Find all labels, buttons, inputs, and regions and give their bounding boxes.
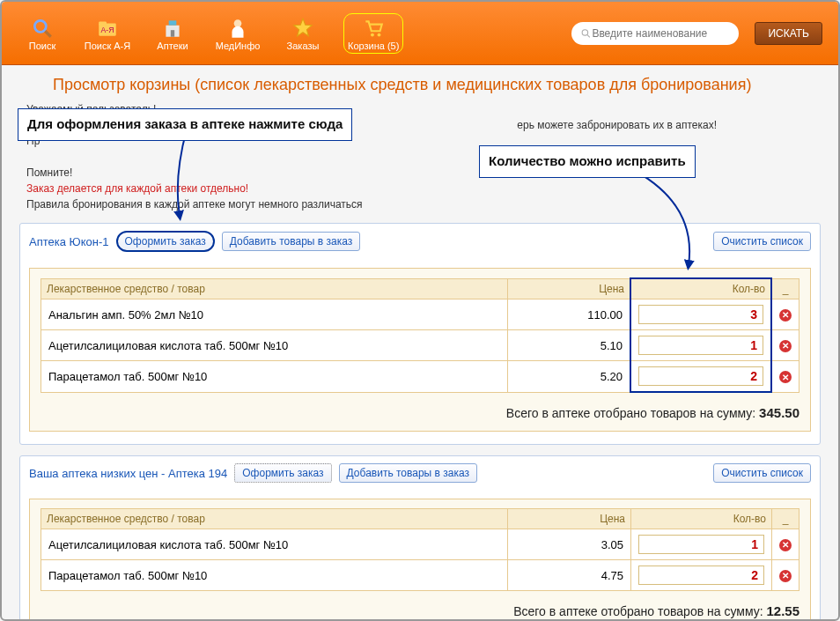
nav-label: Аптеки xyxy=(157,41,188,51)
clear-list-button[interactable]: Очистить список xyxy=(713,232,811,251)
col-price: Цена xyxy=(508,509,631,529)
table-row: Парацетамол таб. 500мг №10 4.75 ✕ xyxy=(41,560,799,591)
svg-point-11 xyxy=(583,29,588,34)
qty-input[interactable] xyxy=(638,305,763,324)
svg-rect-7 xyxy=(171,30,174,37)
nav-label: Заказы xyxy=(287,41,320,51)
col-del: _ xyxy=(772,509,799,529)
notice-block: Уважаемый пользователь! Вы xxxxxxxxxxxxx… xyxy=(2,101,838,212)
col-price: Цена xyxy=(507,278,630,299)
table-row: Ацетилсалициловая кислота таб. 500мг №10… xyxy=(41,330,799,361)
nav-medinfo[interactable]: МедИнфо xyxy=(213,16,262,51)
magnifier-icon xyxy=(30,16,55,41)
qty-input[interactable] xyxy=(638,366,763,386)
notice-caution: Заказ делается для каждой аптеки отдельн… xyxy=(26,181,814,196)
search-icon xyxy=(580,27,592,40)
col-name: Лекарственное средство / товар xyxy=(41,509,508,529)
svg-line-1 xyxy=(45,31,51,37)
pharmacy-name: Ваша аптека низких цен - Аптека 194 xyxy=(29,467,227,480)
nav-label: Поиск xyxy=(29,41,55,51)
pharmacy-icon xyxy=(160,16,185,41)
delete-icon[interactable]: ✕ xyxy=(779,309,792,322)
pharmacy-block-2: Ваша аптека низких цен - Аптека 194 Офор… xyxy=(19,455,821,621)
subtotal-line: Всего в аптеке отобрано товаров на сумму… xyxy=(41,405,799,420)
star-icon xyxy=(291,16,315,41)
order-button[interactable]: Оформить заказ xyxy=(234,463,331,483)
items-table: Лекарственное средство / товар Цена Кол-… xyxy=(41,277,799,393)
qty-input[interactable] xyxy=(638,535,764,554)
table-row: Ацетилсалициловая кислота таб. 500мг №10… xyxy=(41,529,799,560)
order-button[interactable]: Оформить заказ xyxy=(116,231,215,252)
search-box[interactable] xyxy=(571,22,739,45)
delete-icon[interactable]: ✕ xyxy=(779,570,792,582)
notice-rules: Правила бронирования в каждой аптеке мог… xyxy=(26,196,814,212)
add-items-button[interactable]: Добавить товары в заказ xyxy=(222,232,360,251)
table-row: Парацетамол таб. 500мг №10 5.20 ✕ xyxy=(41,361,799,393)
clear-list-button[interactable]: Очистить список xyxy=(713,463,811,483)
table-row: Анальгин амп. 50% 2мл №10 110.00 ✕ xyxy=(41,299,799,330)
callout-qty-edit: Количество можно исправить xyxy=(479,145,696,178)
add-items-button[interactable]: Добавить товары в заказ xyxy=(339,463,477,483)
svg-rect-6 xyxy=(169,20,177,25)
nav-orders[interactable]: Заказы xyxy=(278,16,328,51)
nav-search-az[interactable]: А-Я Поиск А-Я xyxy=(83,16,132,51)
svg-rect-3 xyxy=(99,21,107,25)
search-button[interactable]: ИСКАТЬ xyxy=(755,22,822,45)
qty-input[interactable] xyxy=(638,336,763,355)
page-title: Просмотр корзины (список лекарственных с… xyxy=(2,65,838,101)
nav-pharmacies[interactable]: Аптеки xyxy=(148,16,197,51)
col-del: _ xyxy=(771,278,799,299)
nav-label: МедИнфо xyxy=(216,41,261,51)
notice-remember: Помните! xyxy=(26,165,814,181)
pharmacy-block-1: Аптека Юкон-1 Оформить заказ Добавить то… xyxy=(19,223,821,445)
items-table: Лекарственное средство / товар Цена Кол-… xyxy=(41,508,799,591)
delete-icon[interactable]: ✕ xyxy=(779,371,792,383)
svg-point-9 xyxy=(371,33,374,36)
pharmacy-name: Аптека Юкон-1 xyxy=(29,235,109,248)
nav-cart[interactable]: Корзина (5) xyxy=(343,13,403,54)
cart-icon xyxy=(361,16,386,41)
subtotal-line: Всего в аптеке отобрано товаров на сумму… xyxy=(41,603,799,618)
nav-label: Поиск А-Я xyxy=(85,41,130,51)
medinfo-icon xyxy=(225,16,250,41)
svg-point-10 xyxy=(378,33,381,36)
search-input[interactable] xyxy=(592,27,730,40)
folder-az-icon: А-Я xyxy=(95,16,120,41)
nav-label: Корзина (5) xyxy=(348,41,399,51)
svg-line-12 xyxy=(588,34,591,37)
delete-icon[interactable]: ✕ xyxy=(779,340,792,352)
top-toolbar: Поиск А-Я Поиск А-Я Аптеки МедИнфо Заказ… xyxy=(2,2,838,65)
delete-icon[interactable]: ✕ xyxy=(779,539,792,551)
col-qty: Кол-во xyxy=(630,278,771,299)
svg-point-8 xyxy=(234,19,242,27)
col-qty: Кол-во xyxy=(631,509,772,529)
nav-search[interactable]: Поиск xyxy=(18,16,67,51)
callout-order-here: Для оформления заказа в аптеке нажмите с… xyxy=(18,108,352,141)
col-name: Лекарственное средство / товар xyxy=(41,278,508,299)
svg-text:А-Я: А-Я xyxy=(101,26,114,34)
svg-point-0 xyxy=(34,20,46,32)
qty-input[interactable] xyxy=(638,566,764,585)
